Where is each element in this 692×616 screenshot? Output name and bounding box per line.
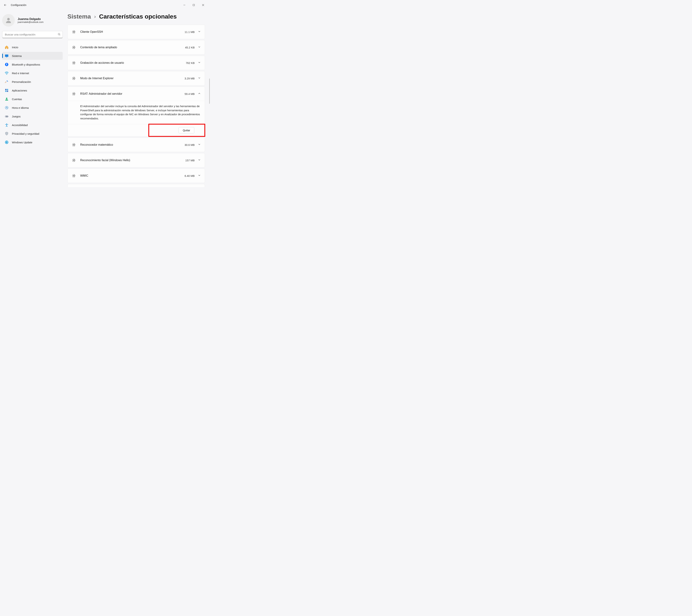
titlebar: Configuración	[0, 0, 210, 10]
time-icon	[5, 106, 9, 110]
svg-rect-13	[5, 91, 6, 92]
feature-label: Contenido de tema ampliado	[80, 46, 185, 49]
search-icon	[58, 33, 61, 36]
gear-icon	[71, 61, 76, 65]
bluetooth-icon	[5, 63, 9, 66]
feature-label: Cliente OpenSSH	[80, 30, 185, 34]
svg-rect-11	[5, 89, 6, 90]
scrollbar-thumb[interactable]	[209, 79, 210, 104]
feature-row[interactable]: Reconocedor matemático30.6 MB	[68, 138, 205, 152]
feature-row[interactable]: Windows Media Player Legacy (App)52.2 MB	[68, 184, 205, 187]
gear-icon	[71, 76, 76, 81]
feature-item: Contenido de tema ampliado45.2 KB	[67, 40, 205, 54]
svg-rect-14	[7, 91, 8, 92]
svg-point-19	[7, 116, 8, 117]
app-title: Configuración	[11, 4, 26, 6]
sidebar-item-accounts[interactable]: Cuentas	[2, 95, 63, 103]
feature-label: RSAT: Administrador del servidor	[80, 92, 185, 95]
profile-name: Juanma Delgado	[18, 18, 43, 21]
gear-icon	[71, 142, 76, 147]
sidebar-item-label: Privacidad y seguridad	[12, 132, 39, 135]
sidebar-item-system[interactable]: Sistema	[2, 52, 63, 60]
search-input[interactable]	[2, 31, 63, 38]
window-controls	[180, 2, 208, 8]
feature-item: WMIC6.40 MB	[67, 169, 205, 183]
sidebar-item-label: Red e Internet	[12, 72, 29, 75]
sidebar-item-label: Bluetooth y dispositivos	[12, 63, 40, 66]
chevron-down-icon	[198, 61, 201, 65]
feature-row[interactable]: Contenido de tema ampliado45.2 KB	[68, 40, 205, 54]
svg-point-23	[74, 47, 75, 48]
sidebar-item-privacy[interactable]: Privacidad y seguridad	[2, 130, 63, 137]
gear-icon	[71, 45, 76, 50]
svg-rect-1	[193, 4, 195, 6]
svg-point-26	[74, 93, 75, 94]
chevron-down-icon	[198, 30, 201, 34]
apps-icon	[5, 88, 9, 92]
back-button[interactable]	[2, 2, 8, 8]
maximize-button[interactable]	[189, 2, 198, 8]
sidebar-item-update[interactable]: Windows Update	[2, 138, 63, 146]
feature-row[interactable]: Grabación de acciones de usuario762 KB	[68, 56, 205, 70]
svg-point-5	[58, 33, 60, 35]
chevron-down-icon	[198, 76, 201, 80]
svg-line-6	[60, 35, 60, 35]
highlight-annotation	[148, 124, 205, 137]
sidebar-item-network[interactable]: Red e Internet	[2, 69, 63, 77]
breadcrumb-current: Características opcionales	[99, 13, 177, 20]
feature-description: El Administrador del servidor incluye la…	[68, 101, 205, 124]
svg-point-24	[74, 62, 75, 63]
feature-size: 11.1 MB	[185, 30, 195, 34]
sidebar-item-bluetooth[interactable]: Bluetooth y dispositivos	[2, 61, 63, 68]
sidebar-item-gaming[interactable]: Juegos	[2, 112, 63, 120]
system-icon	[5, 54, 9, 58]
gear-icon	[71, 173, 76, 178]
personalization-icon	[5, 80, 9, 84]
svg-rect-8	[6, 57, 7, 57]
feature-row[interactable]: RSAT: Administrador del servidor59.4 MB	[68, 87, 205, 101]
sidebar-item-time[interactable]: Hora e idioma	[2, 104, 63, 112]
breadcrumb-parent[interactable]: Sistema	[67, 13, 91, 20]
sidebar-item-label: Aplicaciones	[12, 89, 27, 92]
sidebar-item-home[interactable]: Inicio	[2, 43, 63, 51]
feature-row[interactable]: Modo de Internet Explorer3.29 MB	[68, 71, 205, 85]
remove-button[interactable]: Quitar	[179, 127, 194, 133]
accessibility-icon	[5, 123, 9, 127]
sidebar-item-personalization[interactable]: Personalización	[2, 78, 63, 86]
feature-action-area: Quitar	[68, 124, 205, 136]
sidebar-item-label: Accesibilidad	[12, 124, 28, 127]
sidebar-item-label: Juegos	[12, 115, 21, 118]
chevron-right-icon: ›	[94, 14, 96, 19]
svg-point-29	[74, 175, 75, 176]
close-button[interactable]	[198, 2, 208, 8]
feature-label: WMIC	[80, 174, 185, 177]
minimize-button[interactable]	[180, 2, 189, 8]
feature-row[interactable]: WMIC6.40 MB	[68, 169, 205, 183]
feature-row[interactable]: Cliente OpenSSH11.1 MB	[68, 25, 205, 39]
feature-size: 30.6 MB	[185, 143, 195, 147]
sidebar-item-apps[interactable]: Aplicaciones	[2, 86, 63, 94]
feature-size: 157 MB	[185, 159, 195, 162]
feature-size: 762 KB	[186, 61, 195, 64]
feature-label: Grabación de acciones de usuario	[80, 61, 186, 64]
feature-item: RSAT: Administrador del servidor59.4 MBE…	[67, 87, 205, 136]
feature-item: Modo de Internet Explorer3.29 MB	[67, 71, 205, 86]
feature-label: Modo de Internet Explorer	[80, 77, 185, 80]
feature-row[interactable]: Reconocimiento facial (Windows Hello)157…	[68, 153, 205, 167]
main-content: Sistema › Características opcionales Cli…	[65, 10, 210, 187]
home-icon	[5, 45, 9, 49]
sidebar-item-accessibility[interactable]: Accesibilidad	[2, 121, 63, 129]
feature-label: Reconocedor matemático	[80, 143, 185, 147]
feature-list: Cliente OpenSSH11.1 MBContenido de tema …	[67, 25, 205, 187]
breadcrumb: Sistema › Características opcionales	[67, 13, 205, 20]
search-box[interactable]	[2, 31, 63, 38]
avatar	[2, 14, 15, 27]
chevron-down-icon	[198, 143, 201, 147]
svg-point-4	[7, 18, 10, 20]
privacy-icon	[5, 132, 9, 136]
sidebar-item-label: Windows Update	[12, 141, 32, 144]
gear-icon	[71, 158, 76, 162]
svg-point-10	[6, 74, 7, 75]
sidebar-item-label: Sistema	[12, 54, 22, 58]
profile-block[interactable]: Juanma Delgado juanmatek@outlook.com	[2, 12, 63, 31]
